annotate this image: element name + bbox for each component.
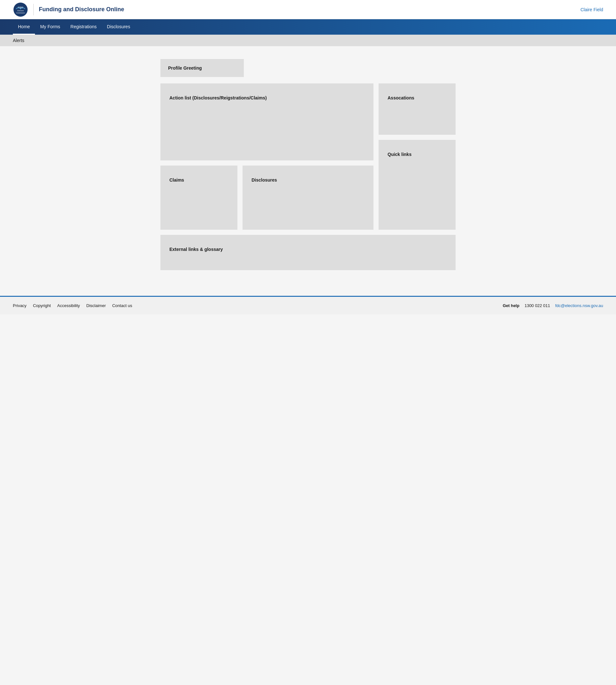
header: NSW Electoral Commission Funding and Dis…: [0, 0, 616, 19]
footer-link-privacy[interactable]: Privacy: [13, 303, 27, 308]
action-list-label: Action list (Disclosures/Reigstrations/C…: [169, 95, 267, 101]
nav-item-disclosures[interactable]: Disclosures: [102, 19, 135, 35]
action-list-box: Action list (Disclosures/Reigstrations/C…: [160, 83, 373, 160]
quick-links-label: Quick links: [388, 152, 412, 157]
right-column: Assocations Quick links: [379, 83, 456, 230]
footer-links: Privacy Copyright Accessibility Disclaim…: [13, 303, 132, 308]
logo-container: NSW Electoral Commission: [13, 2, 28, 17]
associations-box: Assocations: [379, 83, 456, 135]
quick-links-box: Quick links: [379, 140, 456, 230]
get-help-label: Get help: [503, 303, 520, 308]
content-row: Action list (Disclosures/Reigstrations/C…: [160, 83, 456, 230]
footer-email[interactable]: fdc@elections.nsw.gov.au: [555, 303, 603, 308]
header-divider: [34, 4, 34, 16]
external-links-box: External links & glossary: [160, 235, 456, 270]
header-title: Funding and Disclosure Online: [39, 6, 124, 13]
disclosures-box: Disclosures: [243, 165, 373, 230]
profile-greeting-box: Profile Greeting: [160, 59, 244, 77]
alerts-bar: Alerts: [0, 35, 616, 46]
disclosures-label: Disclosures: [251, 177, 277, 182]
nav-item-my-forms[interactable]: My Forms: [35, 19, 65, 35]
svg-text:Commission: Commission: [16, 12, 25, 14]
footer-link-copyright[interactable]: Copyright: [33, 303, 51, 308]
nav-item-home[interactable]: Home: [13, 19, 35, 35]
claims-box: Claims: [160, 165, 237, 230]
left-column: Action list (Disclosures/Reigstrations/C…: [160, 83, 373, 230]
profile-greeting-label: Profile Greeting: [168, 65, 202, 71]
svg-text:Electoral: Electoral: [17, 9, 23, 12]
footer-phone: 1300 022 011: [525, 303, 550, 308]
footer-right: Get help 1300 022 011 fdc@elections.nsw.…: [503, 303, 603, 308]
main-content: Profile Greeting Action list (Disclosure…: [154, 59, 462, 270]
user-link[interactable]: Claire Field: [580, 7, 603, 12]
claims-disclosures-row: Claims Disclosures: [160, 165, 373, 230]
footer: Privacy Copyright Accessibility Disclaim…: [0, 296, 616, 314]
main-nav: Home My Forms Registrations Disclosures: [0, 19, 616, 35]
footer-link-accessibility[interactable]: Accessibility: [57, 303, 80, 308]
claims-label: Claims: [169, 177, 184, 182]
alerts-label: Alerts: [13, 38, 24, 43]
external-links-label: External links & glossary: [169, 247, 223, 252]
header-left: NSW Electoral Commission Funding and Dis…: [13, 2, 124, 17]
footer-link-disclaimer[interactable]: Disclaimer: [86, 303, 106, 308]
nav-item-registrations[interactable]: Registrations: [65, 19, 102, 35]
nsw-logo-icon: NSW Electoral Commission: [13, 2, 28, 17]
associations-label: Assocations: [388, 95, 414, 101]
footer-link-contact[interactable]: Contact us: [112, 303, 132, 308]
